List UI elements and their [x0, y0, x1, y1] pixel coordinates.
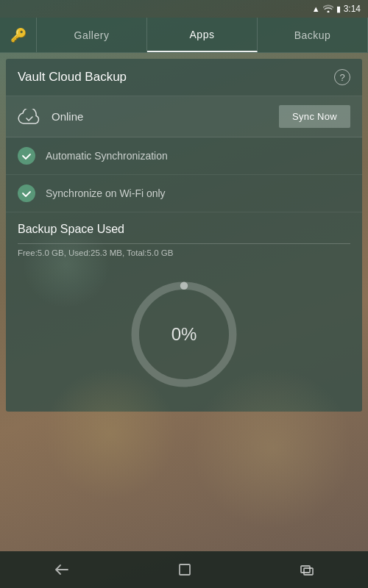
back-button[interactable] [53, 561, 71, 578]
main-card: Vault Cloud Backup ? Online Sync Now Aut… [6, 59, 362, 412]
backup-stats: Free:5.0 GB, Used:25.3 MB, Total:5.0 GB [18, 248, 350, 257]
card-header: Vault Cloud Backup ? [6, 59, 362, 96]
key-icon: 🔑 [10, 27, 26, 43]
tab-gallery[interactable]: Gallery [37, 18, 147, 52]
sync-now-button[interactable]: Sync Now [279, 105, 350, 128]
auto-sync-label: Automatic Synchronization [46, 150, 168, 162]
nav-bar [0, 551, 368, 588]
donut-percentage: 0% [171, 324, 197, 345]
svg-rect-3 [301, 566, 310, 573]
tab-backup[interactable]: Backup [258, 18, 368, 52]
check-wifi-icon [18, 184, 35, 202]
card-title: Vault Cloud Backup [18, 70, 127, 85]
status-bar: ▲ ▮ 3:14 [0, 0, 368, 18]
home-button[interactable] [177, 562, 193, 578]
checkbox-wifi-only[interactable]: Synchronize on Wi-Fi only [6, 175, 362, 212]
checkbox-auto-sync[interactable]: Automatic Synchronization [6, 137, 362, 175]
signal-icon: ▲ [312, 4, 320, 13]
time-display: 3:14 [344, 4, 361, 14]
svg-rect-4 [304, 568, 313, 575]
check-auto-sync-icon [18, 147, 35, 165]
key-icon-tab: 🔑 [0, 18, 37, 52]
status-row: Online Sync Now [6, 96, 362, 137]
online-status: Online [52, 110, 83, 123]
backup-space-title: Backup Space Used [18, 223, 350, 244]
chart-container: 0% [18, 272, 350, 412]
help-button[interactable]: ? [334, 69, 350, 85]
status-left: Online [18, 109, 83, 125]
svg-rect-2 [180, 564, 190, 575]
tab-apps[interactable]: Apps [147, 18, 258, 52]
wifi-only-label: Synchronize on Wi-Fi only [46, 187, 166, 199]
wifi-icon [323, 4, 333, 14]
backup-space-section: Backup Space Used Free:5.0 GB, Used:25.3… [6, 212, 362, 412]
donut-chart: 0% [129, 279, 239, 390]
cloud-icon [18, 109, 41, 125]
recents-button[interactable] [299, 562, 315, 578]
battery-icon: ▮ [336, 4, 341, 14]
tab-bar: 🔑 Gallery Apps Backup [0, 18, 368, 53]
status-icons: ▲ ▮ 3:14 [312, 4, 361, 14]
